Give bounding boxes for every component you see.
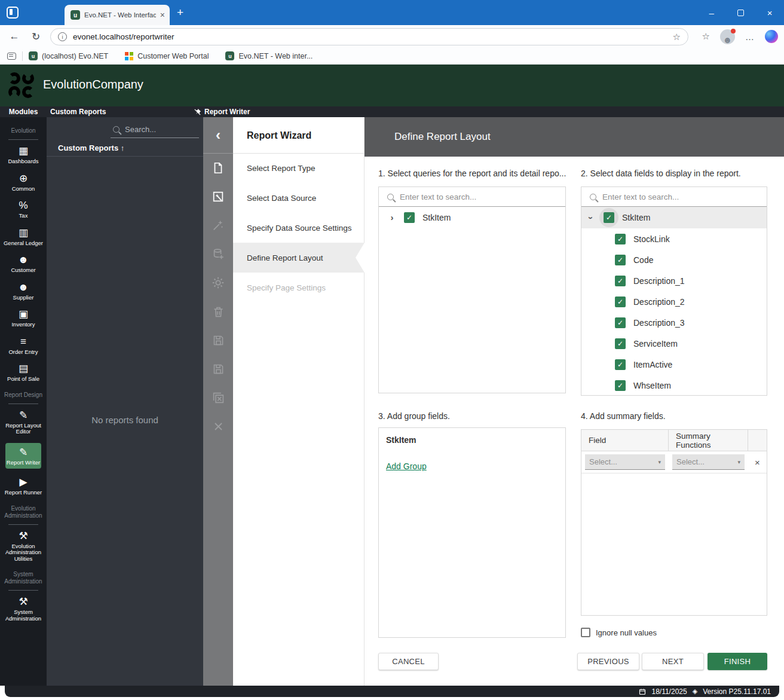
collapse-chevron-icon[interactable]: › — [586, 213, 596, 222]
magic-wand-icon[interactable] — [203, 211, 233, 240]
sidebar-item-system-administration[interactable]: ⚒System Administration — [2, 596, 44, 622]
previous-button[interactable]: PREVIOUS — [577, 653, 639, 670]
minimize-button[interactable]: – — [709, 8, 713, 18]
copilot-icon[interactable] — [765, 30, 778, 43]
workspaces-icon[interactable] — [7, 7, 19, 19]
sidebar-item-tax[interactable]: %Tax — [2, 200, 44, 219]
reload-button[interactable]: ↻ — [25, 30, 47, 43]
sidebar-item-order-entry[interactable]: ≡Order Entry — [2, 336, 44, 356]
field-row-description-3[interactable]: Description_3 — [581, 312, 767, 333]
sidebar-item-point-of-sale[interactable]: ▤Point of Sale — [2, 363, 44, 383]
query-node-stkitem[interactable]: › StkItem — [379, 207, 565, 228]
checkbox-checked-icon[interactable] — [615, 296, 626, 307]
ignore-null-values[interactable]: Ignore null values — [581, 628, 657, 637]
new-tab-button[interactable]: + — [177, 6, 183, 19]
browser-menu-icon[interactable]: … — [745, 32, 755, 42]
sidebar-item-evolution-admin-utilities[interactable]: ⚒Evolution Administration Utilities — [2, 530, 44, 563]
queries-search-input[interactable] — [400, 192, 557, 201]
save-as-icon[interactable] — [203, 354, 233, 383]
bookmark-localhost-evonet[interactable]: u (localhost) Evo.NET — [29, 51, 108, 60]
fields-search[interactable] — [581, 187, 767, 207]
sidebar-item-customer[interactable]: ☻Customer — [2, 254, 44, 274]
back-button[interactable]: ← — [4, 30, 25, 42]
report-wizard-icon[interactable] — [203, 182, 233, 211]
address-bar[interactable]: i evonet.localhost/reportwriter ☆ — [50, 28, 688, 45]
search-input[interactable] — [125, 125, 191, 134]
sidebar-item-dashboards[interactable]: ▦Dashboards — [2, 145, 44, 165]
delete-icon[interactable] — [203, 297, 233, 326]
bookmark-star-icon[interactable]: ☆ — [673, 32, 681, 42]
checkbox-checked-icon[interactable] — [404, 212, 415, 223]
reports-sort-header[interactable]: Custom Reports ↑ — [47, 139, 203, 157]
sidebar-item-general-ledger[interactable]: ▥General Ledger — [2, 227, 44, 247]
new-report-icon[interactable] — [203, 154, 233, 182]
close-window-button[interactable]: × — [767, 8, 773, 18]
settings-icon[interactable] — [203, 268, 233, 297]
checkbox-checked-icon[interactable] — [615, 359, 626, 370]
wizard-step-select-data-source[interactable]: Select Data Source — [233, 183, 365, 213]
discard-report-icon[interactable] — [203, 383, 233, 412]
queries-search[interactable] — [379, 187, 565, 207]
checkbox-checked-icon[interactable] — [615, 255, 626, 265]
evo-favicon-icon: u — [71, 10, 80, 20]
sidebar-item-report-runner[interactable]: ▶Report Runner — [2, 476, 44, 496]
sidebar-item-common[interactable]: ⊕Common — [2, 173, 44, 192]
site-info-icon[interactable]: i — [58, 32, 67, 41]
field-row-description-1[interactable]: Description_1 — [581, 270, 767, 291]
field-row-code[interactable]: Code — [581, 249, 767, 270]
field-row-stocklink[interactable]: StockLink — [581, 228, 767, 249]
dashboards-icon: ▦ — [19, 145, 28, 157]
add-group-link[interactable]: Add Group — [386, 461, 427, 471]
close-report-icon[interactable] — [203, 412, 233, 441]
section-evolution: Evolution — [2, 127, 45, 135]
checkbox-checked-icon[interactable] — [615, 317, 626, 328]
add-datasource-icon[interactable] — [203, 240, 233, 268]
tab-report-writer[interactable]: Report Writer — [204, 108, 250, 116]
profile-avatar[interactable]: ☻ — [720, 29, 735, 44]
wizard-step-define-report-layout[interactable]: Define Report Layout — [233, 243, 365, 273]
expand-chevron-icon[interactable]: › — [387, 212, 397, 222]
status-date: 18/11/2025 — [651, 687, 687, 696]
checkbox-unchecked-icon[interactable] — [581, 628, 590, 637]
bookmark-evonet-web[interactable]: u Evo.NET - Web inter... — [225, 51, 313, 60]
tab-custom-reports[interactable]: Custom Reports — [50, 108, 106, 116]
fields-search-input[interactable] — [602, 192, 758, 201]
checkbox-checked-icon[interactable] — [615, 276, 626, 286]
favorites-icon[interactable]: ☆ — [702, 31, 710, 42]
sidebar-item-report-writer[interactable]: ✎Report Writer — [5, 443, 41, 469]
finish-button[interactable]: FINISH — [708, 653, 767, 670]
next-button[interactable]: NEXT — [642, 653, 704, 670]
sidebar-item-inventory[interactable]: ▣Inventory — [2, 308, 44, 328]
field-select-dropdown[interactable]: Select... ▾ — [585, 454, 665, 470]
browser-tab[interactable]: u Evo.NET - Web Interface for Sage × — [65, 5, 170, 25]
remove-summary-row-button[interactable]: × — [748, 451, 767, 473]
microsoft-logo-icon — [125, 52, 133, 60]
checkbox-checked-icon[interactable] — [615, 234, 626, 244]
bookmark-customer-web-portal[interactable]: Customer Web Portal — [125, 52, 209, 60]
reports-search[interactable] — [111, 121, 199, 138]
save-icon[interactable] — [203, 326, 233, 354]
column-field: Field — [581, 430, 669, 451]
cancel-button[interactable]: CANCEL — [378, 653, 439, 670]
reading-list-icon[interactable] — [7, 53, 16, 60]
wizard-title: Report Wizard — [247, 130, 311, 141]
field-row-description-2[interactable]: Description_2 — [581, 291, 767, 312]
url-text[interactable]: evonet.localhost/reportwriter — [73, 32, 667, 41]
summary-edit-row: Select... ▾ Select... ▾ × — [581, 451, 767, 473]
wizard-step-specify-data-source-settings[interactable]: Specify Data Source Settings — [233, 213, 365, 243]
checkbox-checked-icon[interactable] — [615, 380, 626, 391]
checkbox-checked-icon[interactable] — [615, 338, 626, 349]
wizard-step-specify-page-settings[interactable]: Specify Page Settings — [233, 273, 365, 302]
sidebar-item-supplier[interactable]: ☻Supplier — [2, 282, 44, 301]
summary-function-select-dropdown[interactable]: Select... ▾ — [672, 454, 745, 470]
sidebar-item-report-layout-editor[interactable]: ✎Report Layout Editor — [2, 409, 44, 435]
field-root-stkitem[interactable]: › StkItem — [581, 207, 767, 228]
field-row-itemactive[interactable]: ItemActive — [581, 354, 767, 375]
tab-close-icon[interactable]: × — [160, 11, 165, 19]
maximize-button[interactable] — [737, 10, 744, 16]
checkbox-checked-icon[interactable] — [604, 212, 614, 223]
wizard-step-select-report-type[interactable]: Select Report Type — [233, 153, 365, 183]
field-row-serviceitem[interactable]: ServiceItem — [581, 333, 767, 354]
field-row-whseitem[interactable]: WhseItem — [581, 375, 767, 396]
collapse-panel-icon[interactable]: ‹ — [203, 117, 233, 153]
